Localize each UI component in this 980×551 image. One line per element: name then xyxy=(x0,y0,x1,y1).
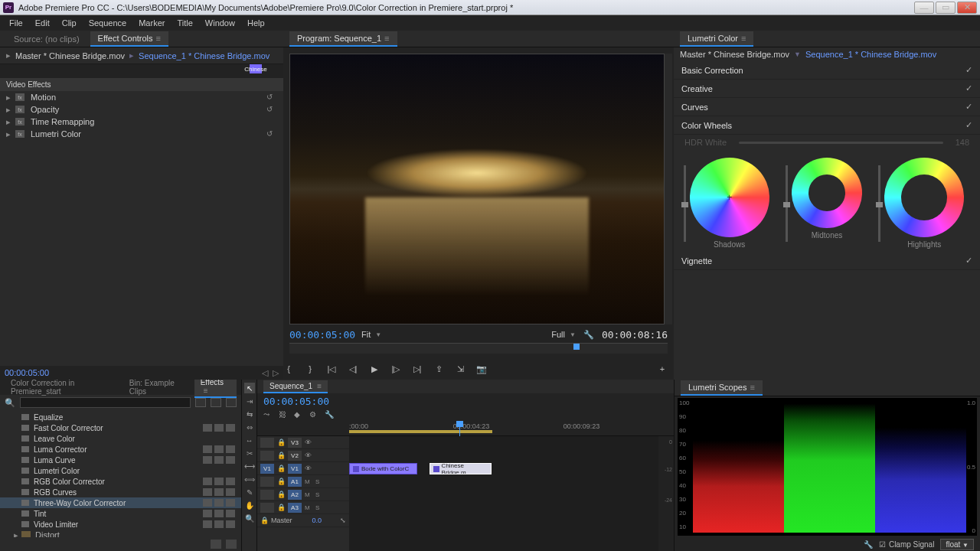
track-select-tool[interactable]: ⇥ xyxy=(244,396,255,406)
tab-source[interactable]: Source: (no clips) xyxy=(6,32,87,46)
mark-in-button[interactable]: { xyxy=(283,364,294,374)
track-target[interactable]: A3 xyxy=(288,503,302,513)
extract-button[interactable]: ⇲ xyxy=(455,364,466,374)
lift-button[interactable]: ⇪ xyxy=(433,364,444,374)
panel-menu-icon[interactable]: ≡ xyxy=(384,34,389,43)
section-curves[interactable]: Curves✓ xyxy=(674,98,980,116)
video-preview[interactable] xyxy=(289,54,665,324)
lock-icon[interactable]: 🔒 xyxy=(277,439,285,446)
tab-sequence[interactable]: Sequence_1≡ xyxy=(263,380,328,393)
zoom-in-icon[interactable]: ▷ xyxy=(273,368,279,378)
slide-tool[interactable]: ⟺ xyxy=(244,474,255,484)
lock-icon[interactable]: 🔒 xyxy=(277,478,285,485)
wrench-icon[interactable]: 🔧 xyxy=(864,540,873,549)
track-header-a3[interactable]: 🔒A3MS xyxy=(257,501,349,514)
fx-badge-icon[interactable]: fx xyxy=(15,93,24,101)
wrench-icon[interactable]: 🔧 xyxy=(583,330,594,340)
selection-tool[interactable]: ↖ xyxy=(244,383,255,393)
fx-badge-icon[interactable]: fx xyxy=(15,118,24,126)
track-header-a2[interactable]: 🔒A2MS xyxy=(257,488,349,501)
menu-sequence[interactable]: Sequence xyxy=(83,17,133,29)
track-header-v3[interactable]: 🔒V3👁 xyxy=(257,436,349,449)
mark-out-button[interactable]: } xyxy=(305,364,315,374)
menu-help[interactable]: Help xyxy=(241,17,271,29)
highlights-color-wheel[interactable] xyxy=(884,158,964,237)
twirl-icon[interactable]: ▸ xyxy=(14,530,18,538)
snap-icon[interactable]: ⤳ xyxy=(263,410,273,419)
eye-icon[interactable]: 👁 xyxy=(305,465,312,472)
effect-item[interactable]: Equalize xyxy=(0,412,241,422)
timeline-content[interactable]: Bode with ColorC Chinese Bridge.m xyxy=(349,436,658,551)
lock-icon[interactable]: 🔒 xyxy=(277,491,285,498)
mute-button[interactable]: M xyxy=(305,504,312,511)
hand-tool[interactable]: ✋ xyxy=(244,500,255,510)
step-back-button[interactable]: ◁| xyxy=(348,364,358,374)
section-creative[interactable]: Creative✓ xyxy=(674,80,980,98)
wrench-icon[interactable]: 🔧 xyxy=(325,410,334,419)
maximize-button[interactable]: ▭ xyxy=(936,2,956,14)
lock-icon[interactable]: 🔒 xyxy=(277,452,285,459)
menu-marker[interactable]: Marker xyxy=(132,17,171,29)
effect-item[interactable]: RGB Color Corrector xyxy=(0,476,241,487)
midtones-luma-slider[interactable] xyxy=(786,165,788,242)
shadows-luma-slider[interactable] xyxy=(684,165,686,242)
solo-button[interactable]: S xyxy=(315,478,323,485)
effects-folder[interactable]: ▸Distort xyxy=(0,530,241,537)
effect-item[interactable]: Three-Way Color Corrector xyxy=(0,497,241,508)
expand-icon[interactable]: ⤡ xyxy=(340,517,346,524)
scope-mode-dropdown[interactable]: float ▼ xyxy=(940,539,974,550)
rolling-edit-tool[interactable]: ⇔ xyxy=(244,422,255,432)
midtones-color-wheel[interactable] xyxy=(792,158,862,228)
export-frame-button[interactable]: 📷 xyxy=(476,364,487,374)
shadows-color-wheel[interactable]: + xyxy=(690,158,769,237)
monitor-scrollbar[interactable] xyxy=(665,54,672,324)
menu-title[interactable]: Title xyxy=(171,17,198,29)
clip-chinese-bridge[interactable]: Chinese Bridge.m xyxy=(430,463,492,474)
effect-item[interactable]: Tint xyxy=(0,508,241,519)
effect-item[interactable]: RGB Curves xyxy=(0,487,241,497)
filter-yuv-icon[interactable] xyxy=(226,398,237,407)
new-bin-icon[interactable] xyxy=(211,540,221,549)
add-marker-icon[interactable]: ◆ xyxy=(294,410,303,419)
zoom-out-icon[interactable]: ◁ xyxy=(262,368,268,378)
effect-item[interactable]: Lumetri Color xyxy=(0,465,241,476)
check-icon[interactable]: ✓ xyxy=(965,120,972,130)
effect-opacity[interactable]: ▸fxOpacity↺ xyxy=(0,103,283,116)
fx-badge-icon[interactable]: fx xyxy=(15,106,24,113)
delete-icon[interactable] xyxy=(226,540,237,549)
program-mini-ruler[interactable] xyxy=(289,343,668,354)
effect-motion[interactable]: ▸fxMotion↺ xyxy=(0,91,283,103)
lock-icon[interactable]: 🔒 xyxy=(277,504,285,511)
solo-button[interactable]: S xyxy=(315,491,323,498)
timeline-timecode[interactable]: 00:00:05:00 xyxy=(263,396,329,407)
effect-item[interactable]: Fast Color Corrector xyxy=(0,422,241,433)
pen-tool[interactable]: ✎ xyxy=(244,487,255,497)
clip-bode[interactable]: Bode with ColorC xyxy=(349,463,417,474)
twirl-icon[interactable]: ▸ xyxy=(6,117,12,127)
track-header-a1[interactable]: 🔒A1MS xyxy=(257,475,349,488)
fx-badge-icon[interactable]: fx xyxy=(15,130,24,138)
razor-tool[interactable]: ✂ xyxy=(244,448,255,458)
resolution-dropdown[interactable]: Full▼ xyxy=(551,330,576,339)
filter-32bit-icon[interactable] xyxy=(211,398,221,407)
effects-list[interactable]: EqualizeFast Color CorrectorLeave ColorL… xyxy=(0,410,241,537)
panel-menu-icon[interactable]: ≡ xyxy=(750,383,754,392)
go-to-out-button[interactable]: ▷| xyxy=(412,364,423,374)
panel-menu-icon[interactable]: ≡ xyxy=(317,382,322,390)
mute-button[interactable]: M xyxy=(305,491,312,498)
effect-item[interactable]: Luma Curve xyxy=(0,455,241,465)
clip-marker[interactable]: Chinese xyxy=(250,64,262,73)
eye-icon[interactable]: 👁 xyxy=(305,452,312,459)
track-target[interactable]: V2 xyxy=(288,451,302,461)
minimize-button[interactable]: — xyxy=(914,2,934,14)
section-vignette[interactable]: Vignette✓ xyxy=(674,252,980,270)
master-value[interactable]: 0.0 xyxy=(312,517,322,524)
effect-item[interactable]: Leave Color xyxy=(0,433,241,444)
twirl-icon[interactable]: ▸ xyxy=(6,105,12,115)
effect-lumetri-color[interactable]: ▸fxLumetri Color↺ xyxy=(0,128,283,140)
slip-tool[interactable]: ⟷ xyxy=(244,461,255,471)
track-target[interactable]: A2 xyxy=(288,490,302,500)
track-header-master[interactable]: 🔒Master0.0⤡ xyxy=(257,514,349,527)
menu-window[interactable]: Window xyxy=(199,17,241,29)
sequence-clip-label[interactable]: Sequence_1 * Chinese Bridge.mov xyxy=(805,50,936,59)
